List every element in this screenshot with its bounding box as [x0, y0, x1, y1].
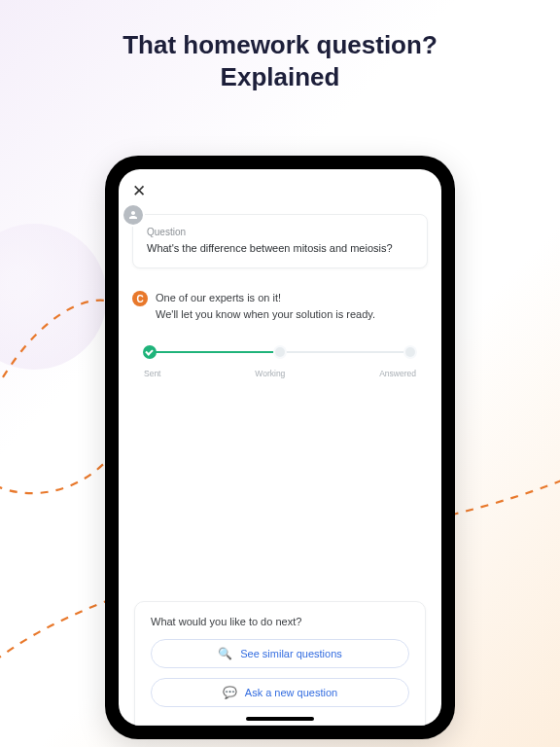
progress-tracker: Sent Working Answered — [132, 345, 428, 378]
next-actions-card: What would you like to do next? 🔍 See si… — [134, 601, 426, 726]
next-title: What would you like to do next? — [151, 616, 409, 627]
ask-new-label: Ask a new question — [245, 687, 337, 698]
expert-line1: One of our experts is on it! — [156, 290, 375, 306]
progress-node-sent — [143, 345, 157, 359]
user-avatar-icon — [123, 205, 143, 225]
headline: That homework question? Explained — [0, 29, 560, 92]
progress-line-done — [150, 351, 275, 353]
bg-circle — [0, 224, 107, 370]
chat-icon: 💬 — [223, 686, 237, 699]
ask-new-button[interactable]: 💬 Ask a new question — [151, 678, 409, 707]
headline-line2: Explained — [0, 61, 560, 93]
see-similar-button[interactable]: 🔍 See similar questions — [151, 639, 409, 668]
stage-working: Working — [255, 369, 285, 378]
expert-status: C One of our experts is on it! We'll let… — [132, 290, 428, 322]
question-text: What's the difference between mitosis an… — [147, 242, 413, 254]
company-badge-icon: C — [132, 291, 148, 306]
stage-sent: Sent — [144, 369, 161, 378]
progress-node-working — [275, 347, 285, 357]
app-screen: ✕ Question What's the difference between… — [119, 169, 441, 726]
headline-line1: That homework question? — [0, 29, 560, 61]
question-label: Question — [147, 227, 413, 237]
expert-line2: We'll let you know when your solution is… — [156, 306, 375, 323]
see-similar-label: See similar questions — [240, 648, 342, 659]
progress-line-todo — [274, 351, 410, 353]
promo-canvas: That homework question? Explained ✕ Ques… — [0, 0, 560, 747]
stage-answered: Answered — [379, 369, 416, 378]
close-icon[interactable]: ✕ — [132, 182, 146, 200]
magnifier-icon: 🔍 — [218, 647, 232, 660]
home-indicator — [246, 717, 314, 721]
progress-node-answered — [405, 347, 415, 357]
question-card: Question What's the difference between m… — [132, 214, 428, 268]
tablet-frame: ✕ Question What's the difference between… — [105, 156, 455, 739]
